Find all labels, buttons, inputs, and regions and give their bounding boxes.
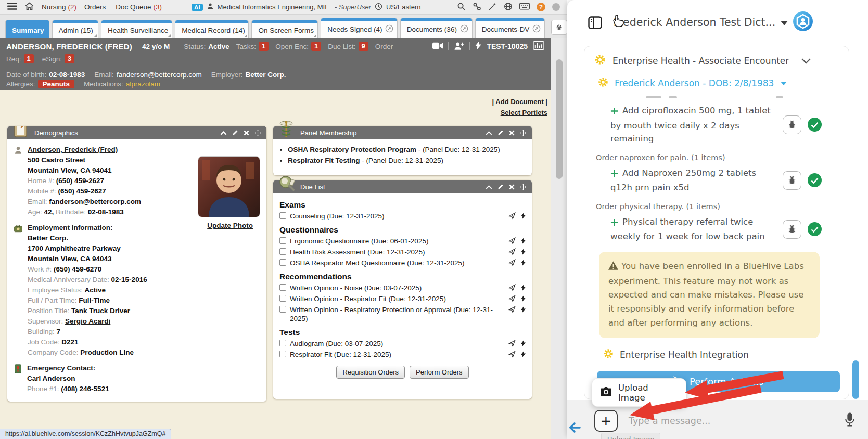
supervisor-link[interactable]: Sergio Acardi — [65, 317, 110, 325]
req-count-badge[interactable]: 1 — [24, 54, 34, 63]
wand-icon[interactable] — [488, 2, 497, 12]
session-title[interactable]: Frederick Anderson Test Dict... — [606, 16, 795, 29]
checkbox[interactable] — [279, 212, 286, 219]
nav-nursing[interactable]: Nursing (2) — [42, 3, 76, 11]
checkbox[interactable] — [279, 237, 286, 244]
checkbox[interactable] — [279, 351, 286, 357]
keyboard-icon[interactable] — [519, 3, 530, 11]
message-input[interactable]: Type a message... — [629, 416, 710, 426]
tasks-count-badge[interactable]: 1 — [259, 42, 269, 51]
collapse-icon[interactable] — [220, 130, 227, 136]
update-photo-link[interactable]: Update Photo — [207, 221, 253, 231]
tab-summary[interactable]: Summary — [5, 20, 49, 38]
checkbox[interactable] — [279, 248, 286, 255]
patient-context-link[interactable]: Frederick Anderson - DOB: 2/8/1983 — [584, 73, 849, 92]
panel-scrollbar-thumb[interactable] — [852, 360, 859, 399]
perform-order-icon[interactable] — [521, 237, 526, 244]
send-order-icon[interactable] — [508, 248, 516, 255]
edit-icon[interactable] — [497, 130, 504, 136]
tab-settings-button[interactable] — [551, 20, 567, 35]
perform-order-icon[interactable] — [521, 351, 526, 358]
send-order-icon[interactable] — [508, 340, 516, 347]
send-order-icon[interactable] — [508, 212, 516, 220]
tab-medical-record[interactable]: Medical Record (14) — [175, 20, 249, 38]
chevron-down-icon[interactable] — [801, 58, 811, 64]
search-icon[interactable] — [457, 2, 466, 12]
perform-order-icon[interactable] — [521, 306, 526, 313]
edit-icon[interactable] — [232, 130, 238, 136]
move-icon[interactable] — [254, 130, 261, 136]
action-item: Physical therapy referral twice weekly f… — [610, 215, 822, 243]
tab-admin[interactable]: Admin (15) — [52, 20, 98, 38]
send-order-icon[interactable] — [508, 295, 516, 302]
send-order-icon[interactable] — [508, 306, 516, 313]
patient-name-link[interactable]: Anderson, Frederick (Fred) — [28, 146, 118, 153]
sidebar-toggle-icon[interactable] — [588, 16, 602, 31]
home-icon[interactable] — [25, 2, 34, 12]
perform-order-icon[interactable] — [521, 340, 526, 347]
order-link[interactable]: Order — [375, 43, 393, 50]
checkbox[interactable] — [279, 259, 286, 266]
perform-order-icon[interactable] — [521, 284, 526, 291]
checkbox[interactable] — [279, 306, 286, 313]
perform-order-icon[interactable] — [521, 212, 526, 220]
checkbox[interactable] — [279, 284, 286, 291]
send-order-icon[interactable] — [508, 284, 516, 291]
tab-documents[interactable]: Documents (36) — [400, 18, 473, 38]
select-portlets-link[interactable]: Select Portlets — [492, 107, 547, 118]
hamburger-menu-icon[interactable] — [7, 3, 17, 11]
esign-count-badge[interactable]: 3 — [65, 54, 74, 63]
ehr-scrollbar-thumb[interactable] — [556, 59, 563, 179]
send-order-icon[interactable] — [508, 237, 516, 244]
lightning-icon[interactable] — [475, 41, 481, 51]
send-order-icon[interactable] — [508, 259, 516, 266]
hand-cursor-icon — [612, 14, 624, 30]
close-icon[interactable] — [244, 130, 249, 136]
edit-icon[interactable] — [497, 184, 504, 190]
add-person-icon[interactable] — [454, 42, 464, 51]
collapse-panel-icon[interactable] — [568, 421, 582, 434]
perform-order-icon[interactable] — [521, 295, 526, 302]
nav-orders[interactable]: Orders — [84, 3, 108, 11]
close-icon[interactable] — [509, 130, 515, 136]
video-camera-icon[interactable] — [432, 42, 443, 51]
allergy-badge[interactable]: Peanuts — [38, 80, 75, 88]
upload-image-menu-item[interactable]: Upload Image — [592, 378, 686, 407]
debug-button[interactable] — [783, 171, 801, 190]
checkbox[interactable] — [279, 295, 286, 302]
close-icon[interactable] — [509, 184, 515, 190]
tab-on-screen-forms[interactable]: On Screen Forms — [251, 20, 318, 38]
chart-icon[interactable] — [533, 41, 544, 51]
link-icon[interactable] — [473, 2, 481, 12]
globe-icon[interactable] — [504, 2, 513, 12]
send-order-icon[interactable] — [508, 351, 516, 358]
patient-age-sex: 42 y/o M — [142, 43, 170, 50]
move-icon[interactable] — [520, 130, 527, 136]
collapse-icon[interactable] — [486, 184, 492, 190]
help-icon[interactable] — [537, 3, 545, 11]
due-list-count-badge[interactable]: 9 — [359, 42, 368, 51]
debug-button[interactable] — [783, 115, 801, 134]
popout-icon[interactable] — [532, 24, 541, 34]
action-text: Add ciprofloxacin 500 mg, 1 tablet by mo… — [610, 104, 776, 146]
checkbox[interactable] — [279, 340, 286, 346]
move-icon[interactable] — [520, 184, 527, 190]
perform-order-icon[interactable] — [521, 259, 526, 266]
tab-documents-dv[interactable]: Documents-DV — [475, 18, 545, 38]
popout-icon[interactable] — [460, 24, 468, 34]
attach-button[interactable]: + — [594, 410, 618, 432]
debug-button[interactable] — [783, 220, 801, 239]
open-enc-count-badge[interactable]: 1 — [311, 42, 321, 51]
popout-icon[interactable] — [385, 24, 393, 34]
nav-doc-queue[interactable]: Doc Queue (3) — [116, 3, 162, 11]
microphone-icon[interactable] — [844, 412, 856, 427]
collapse-icon[interactable] — [486, 130, 492, 136]
perform-orders-button[interactable]: Perform Orders — [410, 366, 469, 379]
gear-icon — [594, 54, 606, 68]
tab-needs-signed[interactable]: Needs Signed (4) — [321, 18, 398, 38]
perform-order-icon[interactable] — [521, 248, 526, 255]
add-document-link[interactable]: | Add Document | — [492, 96, 547, 107]
requisition-orders-button[interactable]: Requisition Orders — [336, 366, 405, 379]
tab-health-surveillance[interactable]: Health Surveillance — [101, 20, 172, 38]
add-icon — [610, 168, 618, 182]
